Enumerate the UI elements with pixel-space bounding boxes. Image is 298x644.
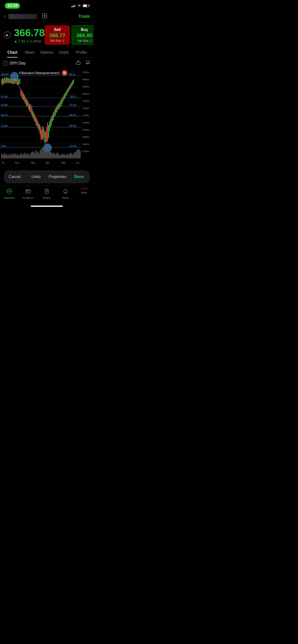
tabs: Chart News Options Depth Profile — [0, 48, 94, 58]
svg-rect-117 — [20, 154, 20, 158]
svg-text:5750%: 5750% — [83, 150, 89, 152]
fibonacci-label: Fibonacci Retracements1 ✕ — [19, 70, 67, 76]
svg-rect-101 — [4, 153, 5, 158]
sell-label: Sell — [47, 28, 67, 32]
svg-rect-116 — [19, 156, 19, 158]
svg-rect-90 — [66, 90, 67, 95]
back-button[interactable]: ‹ — [4, 14, 9, 20]
fibonacci-close-button[interactable]: ✕ — [62, 70, 67, 76]
done-button[interactable]: Done — [68, 173, 90, 181]
svg-rect-64 — [42, 130, 42, 140]
svg-rect-61 — [39, 124, 39, 130]
svg-text:6500%: 6500% — [83, 136, 89, 138]
svg-rect-73 — [50, 119, 51, 127]
svg-rect-53 — [31, 107, 32, 114]
svg-rect-49 — [27, 100, 28, 106]
status-icons — [71, 4, 89, 8]
svg-rect-25 — [4, 78, 5, 84]
svg-rect-24 — [3, 79, 4, 84]
svg-rect-129 — [31, 152, 32, 158]
add-button[interactable] — [39, 13, 50, 20]
bottom-toolbar: Cancel Undo Properties Done — [4, 170, 90, 183]
svg-rect-144 — [45, 151, 46, 158]
buy-size: Ask Size: 2 — [74, 39, 94, 42]
svg-rect-91 — [67, 88, 68, 93]
svg-rect-100 — [3, 154, 4, 158]
svg-rect-115 — [18, 154, 18, 158]
tab-options[interactable]: Options — [38, 48, 55, 58]
svg-rect-142 — [43, 149, 44, 158]
chart-area: T 20Yr:Day Fibonacci Retracements1 ✕ — [0, 58, 94, 168]
svg-rect-83 — [60, 101, 60, 107]
buy-box[interactable]: Buy 366.80 Ask Size: 2 — [72, 26, 94, 44]
nav-orders[interactable]: Orders — [37, 188, 56, 199]
svg-rect-69 — [46, 127, 47, 142]
order-boxes: Sell 366.77 Bid Size: 2 Buy 366.80 Ask S… — [45, 26, 94, 44]
chart-period[interactable]: T 20Yr:Day — [3, 60, 26, 66]
svg-rect-131 — [33, 152, 34, 158]
svg-rect-138 — [40, 151, 40, 158]
svg-rect-38 — [17, 80, 17, 85]
tab-profile[interactable]: Profile — [72, 48, 90, 58]
tab-chart[interactable]: Chart — [4, 48, 21, 58]
alerts-icon — [62, 188, 69, 196]
svg-text:239.48: 239.48 — [69, 124, 76, 127]
tab-depth[interactable]: Depth — [55, 48, 73, 58]
more-label: More — [81, 191, 87, 194]
svg-rect-86 — [63, 96, 63, 102]
svg-rect-68 — [45, 132, 46, 143]
nav-alerts[interactable]: Alerts — [56, 188, 75, 199]
svg-rect-105 — [8, 154, 9, 158]
svg-rect-155 — [56, 154, 57, 158]
svg-text:8750%: 8750% — [83, 71, 89, 74]
alert-icon[interactable] — [85, 60, 91, 67]
svg-rect-161 — [62, 154, 62, 158]
nav-positions[interactable]: Positions — [19, 188, 37, 199]
alerts-label: Alerts — [62, 196, 69, 199]
svg-text:270.18: 270.18 — [69, 104, 76, 106]
share-icon[interactable] — [75, 60, 81, 67]
nav-more[interactable]: More — [75, 188, 94, 199]
price-left: ▶ 366.78 ▲ 7.91 (+2.20%) — [4, 27, 45, 43]
svg-rect-67 — [44, 131, 45, 143]
svg-rect-213 — [27, 192, 28, 192]
svg-rect-150 — [51, 152, 52, 158]
svg-rect-128 — [30, 154, 31, 158]
svg-rect-119 — [21, 154, 22, 158]
svg-text:May: May — [61, 162, 66, 164]
svg-text:7000%: 7000% — [83, 122, 89, 124]
svg-rect-127 — [29, 155, 30, 158]
nav-watchlist[interactable]: Watchlist — [0, 188, 19, 199]
cancel-button[interactable]: Cancel — [4, 173, 26, 181]
svg-text:256.45: 256.45 — [69, 114, 76, 116]
svg-rect-140 — [42, 148, 42, 158]
properties-button[interactable]: Properties — [47, 173, 68, 181]
tab-news[interactable]: News — [21, 48, 38, 58]
svg-rect-153 — [54, 154, 55, 158]
svg-rect-29 — [8, 78, 9, 83]
svg-rect-149 — [50, 152, 51, 158]
svg-rect-123 — [25, 154, 26, 158]
trade-button[interactable]: Trade — [78, 14, 90, 19]
price-change: ▲ 7.91 (+2.20%) — [14, 39, 45, 43]
undo-button[interactable]: Undo — [26, 173, 47, 181]
sell-box[interactable]: Sell 366.77 Bid Size: 2 — [45, 26, 70, 44]
svg-rect-39 — [18, 78, 18, 85]
svg-rect-124 — [26, 153, 27, 158]
svg-rect-166 — [66, 154, 67, 158]
svg-rect-23 — [2, 78, 3, 85]
svg-rect-109 — [12, 155, 13, 158]
svg-rect-87 — [64, 95, 64, 100]
svg-rect-74 — [51, 116, 52, 126]
buy-label: Buy — [74, 28, 94, 32]
current-price: 366.78 — [14, 27, 45, 38]
svg-rect-171 — [71, 154, 72, 158]
fibonacci-text: Fibonacci Retracements1 — [19, 71, 60, 75]
play-button[interactable]: ▶ — [4, 32, 11, 38]
positions-icon — [25, 188, 32, 196]
ticker-info — [9, 13, 78, 20]
svg-rect-178 — [78, 149, 79, 158]
svg-text:328.31: 328.31 — [68, 73, 76, 76]
svg-rect-148 — [49, 151, 50, 158]
svg-rect-106 — [9, 156, 10, 158]
